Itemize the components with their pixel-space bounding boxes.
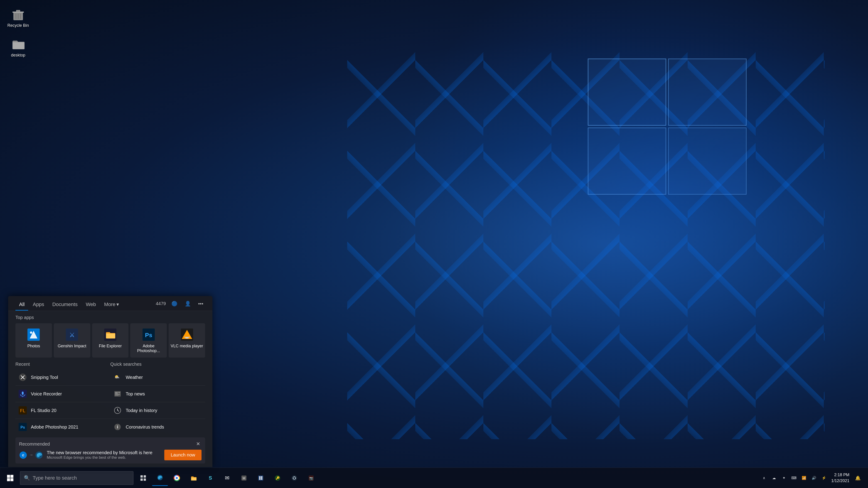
vlc-app-label: VLC media player <box>170 344 203 349</box>
quick-search-news[interactable]: Top news <box>110 386 205 401</box>
svg-text:e: e <box>22 453 24 457</box>
tabs-right-controls: 4479 🔵 👤 ••• <box>156 300 205 310</box>
quick-searches-column: Quick searches Weather <box>110 362 205 435</box>
top-news-label: Top news <box>126 391 145 397</box>
svg-rect-45 <box>10 475 13 478</box>
svg-text:M: M <box>243 477 245 480</box>
tray-datetime[interactable]: 2:18 PM 1/12/2021 <box>830 472 851 484</box>
explorer-taskbar-btn[interactable] <box>186 470 202 486</box>
quick-search-weather[interactable]: Weather <box>110 369 205 385</box>
dropbox-tray-icon[interactable]: ✦ <box>779 471 788 484</box>
svg-text:⚔: ⚔ <box>69 331 75 338</box>
taskbar-apps: S ✉ M 🔑 <box>135 470 760 486</box>
task-view-btn[interactable] <box>135 470 151 486</box>
app-tile-vlc[interactable]: VLC media player <box>168 323 205 358</box>
start-button[interactable] <box>2 470 18 486</box>
keepass-taskbar-btn[interactable]: 🔑 <box>270 470 285 486</box>
app-tile-photos[interactable]: Photos <box>16 323 52 358</box>
top-apps-title: Top apps <box>16 315 205 320</box>
tab-documents[interactable]: Documents <box>49 299 81 311</box>
recycle-bin-icon[interactable]: Recycle Bin <box>4 4 32 30</box>
tab-apps[interactable]: Apps <box>29 299 48 311</box>
network-tray-icon[interactable]: 📶 <box>800 471 809 484</box>
launch-now-button[interactable]: Launch now <box>164 450 202 460</box>
battery-tray-icon[interactable]: ⚡ <box>819 471 829 484</box>
genshin-app-label: Genshin Impact <box>58 344 86 349</box>
app3-taskbar-btn[interactable]: 📷 <box>303 470 319 486</box>
explorer-app-icon <box>103 327 118 342</box>
svg-rect-31 <box>115 392 118 394</box>
svg-text:📷: 📷 <box>309 477 313 480</box>
steam-taskbar-btn[interactable] <box>286 470 302 486</box>
hardware-tray-icon[interactable]: ⌨ <box>789 471 799 484</box>
edge-logo-old-to-new: e → <box>19 451 43 459</box>
svg-text:Ps: Ps <box>145 332 152 338</box>
tab-more[interactable]: More ▾ <box>100 299 123 311</box>
svg-point-65 <box>291 475 297 481</box>
recommended-info: e → The new browser recommended by Micro… <box>19 450 153 460</box>
app1-taskbar-btn[interactable]: M <box>236 470 252 486</box>
volume-tray-icon[interactable]: 🔊 <box>809 471 818 484</box>
quick-search-covid[interactable]: i Coronavirus trends <box>110 419 205 435</box>
tray-time: 2:18 PM <box>834 472 849 478</box>
chrome-taskbar-btn[interactable] <box>169 470 185 486</box>
scratch-taskbar-btn[interactable]: S <box>203 470 218 486</box>
app-tile-photoshop[interactable]: Ps Adobe Photoshop... <box>130 323 167 358</box>
recent-item-voice[interactable]: Voice Recorder <box>16 386 110 401</box>
bing-icon-btn[interactable]: 🔵 <box>169 300 179 307</box>
win-sq-2 <box>668 59 747 126</box>
tab-all[interactable]: All <box>16 299 28 311</box>
svg-rect-59 <box>259 477 260 478</box>
top-apps-section: Top apps Photos ⚔ <box>8 311 212 362</box>
notification-center-btn[interactable]: 🔔 <box>852 471 864 484</box>
desktop-folder-icon[interactable]: desktop <box>4 34 32 59</box>
fl-studio-label: FL Studio 20 <box>31 408 57 413</box>
svg-rect-23 <box>22 392 24 395</box>
desktop-folder-image <box>10 36 26 52</box>
adobe-ps-small-icon: Ps <box>18 422 28 432</box>
svg-text:Ps: Ps <box>21 425 25 429</box>
recent-title: Recent <box>16 362 110 368</box>
search-icon: 🔍 <box>24 475 30 481</box>
photoshop-app-label: Adobe Photoshop... <box>132 344 165 354</box>
recommended-close-btn[interactable]: ✕ <box>195 441 202 447</box>
app-tile-explorer[interactable]: File Explorer <box>92 323 129 358</box>
recent-item-ps[interactable]: Ps Adobe Photoshop 2021 <box>16 419 110 435</box>
windows-logo-decoration <box>588 59 747 195</box>
result-counter: 4479 <box>156 301 166 306</box>
vlc-app-icon <box>180 327 194 342</box>
mail-taskbar-btn[interactable]: ✉ <box>219 470 235 486</box>
app-tile-genshin[interactable]: ⚔ Genshin Impact <box>54 323 90 358</box>
recycle-bin-image <box>10 6 26 22</box>
more-options-btn[interactable]: ••• <box>196 300 205 307</box>
sep-6 <box>110 419 205 419</box>
svg-rect-46 <box>7 478 10 481</box>
svg-text:FL: FL <box>20 408 25 413</box>
coronavirus-label: Coronavirus trends <box>126 424 164 430</box>
quick-search-history[interactable]: Today in history <box>110 403 205 418</box>
chevron-down-icon: ▾ <box>116 301 119 307</box>
recycle-bin-label: Recycle Bin <box>7 23 29 28</box>
tab-more-label: More <box>104 301 116 307</box>
tab-web[interactable]: Web <box>82 299 100 311</box>
recommended-content: e → The new browser recommended by Micro… <box>19 450 202 460</box>
svg-rect-48 <box>141 475 143 478</box>
edge-taskbar-btn[interactable] <box>152 470 168 486</box>
onedrive-tray-icon[interactable]: ☁ <box>770 471 779 484</box>
voice-recorder-label: Voice Recorder <box>31 391 62 397</box>
panel-tabs-bar: All Apps Documents Web More ▾ 4479 🔵 👤 •… <box>8 296 212 311</box>
tray-expand-btn[interactable]: ∧ <box>760 471 769 484</box>
svg-rect-62 <box>261 478 262 480</box>
win-sq-4 <box>668 128 747 195</box>
person-icon-btn[interactable]: 👤 <box>183 300 193 307</box>
app2-taskbar-btn[interactable] <box>253 470 269 486</box>
snipping-tool-icon <box>18 372 28 382</box>
svg-point-67 <box>294 477 295 477</box>
recent-item-snipping[interactable]: Snipping Tool <box>16 369 110 385</box>
fl-studio-icon: FL <box>18 405 28 415</box>
svg-text:🔑: 🔑 <box>276 476 280 480</box>
recent-item-fl[interactable]: FL FL Studio 20 <box>16 403 110 418</box>
svg-point-55 <box>176 477 178 479</box>
taskbar-search-bar[interactable]: 🔍 <box>20 471 133 485</box>
search-input[interactable] <box>33 475 130 481</box>
